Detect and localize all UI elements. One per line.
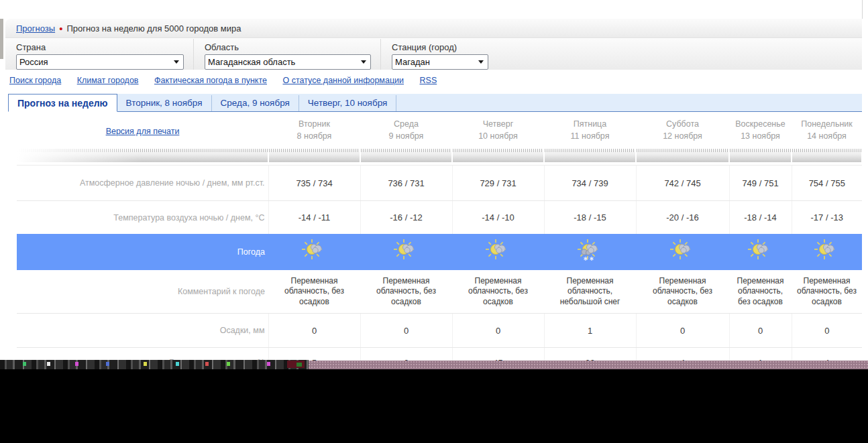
nav-links-row: Поиск города Климат городов Фактическая … <box>9 76 868 88</box>
country-select-box: Россия <box>16 54 184 70</box>
temperature-row: Температура воздуха ночью / днем, °С -14… <box>17 201 862 235</box>
scale-band <box>17 149 268 162</box>
glitch-blocks <box>0 360 309 369</box>
breadcrumb-bar: Прогнозы • Прогноз на неделю для 5000 го… <box>5 19 862 38</box>
tab-wednesday[interactable]: Среда, 9 ноября <box>212 95 299 111</box>
pressure-row: Атмосферное давление ночью / днем, мм рт… <box>17 166 862 201</box>
country-label: Страна <box>16 42 193 52</box>
partly-cloudy-icon <box>393 239 420 263</box>
day-header: Пятница11 ноября <box>544 112 636 147</box>
precipitation-row: Осадки, мм 0 0 0 1 0 0 0 <box>17 314 862 348</box>
top-right-divider <box>862 0 863 19</box>
tab-tuesday[interactable]: Вторник, 8 ноября <box>117 95 212 111</box>
pressure-value: 734 / 739 <box>544 166 636 201</box>
region-label: Область <box>205 42 380 52</box>
noise-texture <box>305 361 868 369</box>
bullet-icon: • <box>59 23 62 34</box>
temperature-value: -17 / -13 <box>792 201 862 235</box>
scale-band <box>453 149 543 162</box>
station-label: Станция (город) <box>392 42 488 52</box>
pressure-value: 742 / 745 <box>636 166 729 201</box>
row-label: Погода <box>17 234 268 270</box>
weather-forecast-page: Прогнозы • Прогноз на неделю для 5000 го… <box>0 0 868 443</box>
station-select[interactable]: Магадан <box>392 55 488 69</box>
region-select[interactable]: Магаданская область <box>205 55 370 69</box>
weather-comment: Переменная облачность, без осадков <box>792 270 862 314</box>
row-label: Атмосферное давление ночью / днем, мм рт… <box>17 166 268 201</box>
weather-comment: Переменная облачность, без осадков <box>729 270 792 314</box>
scale-band-row <box>17 147 862 166</box>
weather-comment: Переменная облачность, без осадков <box>636 270 729 314</box>
tab-thursday[interactable]: Четверг, 10 ноября <box>299 95 397 111</box>
precipitation-value: 0 <box>636 314 729 348</box>
pressure-value: 729 / 731 <box>452 166 544 201</box>
temperature-value: -18 / -14 <box>729 201 792 235</box>
header-bars: Прогнозы • Прогноз на неделю для 5000 го… <box>5 19 862 70</box>
scale-band <box>792 149 861 162</box>
day-header: Вторник8 ноября <box>268 112 360 147</box>
scale-band <box>545 149 635 162</box>
comment-row: Комментарий к погоде Переменная облачнос… <box>17 270 862 314</box>
pressure-value: 735 / 734 <box>268 166 360 201</box>
pressure-value: 749 / 751 <box>729 166 792 201</box>
country-filter-group: Страна Россия <box>5 39 193 70</box>
tab-week-forecast[interactable]: Прогноз на неделю <box>8 94 117 112</box>
weather-comment: Переменная облачность, без осадков <box>268 270 360 314</box>
actual-weather-link[interactable]: Фактическая погода в пункте <box>154 76 267 85</box>
row-label: Температура воздуха ночью / днем, °С <box>17 201 268 235</box>
table-header-row: Версия для печати Вторник8 ноября Среда9… <box>17 112 862 147</box>
day-header: Суббота12 ноября <box>636 112 729 147</box>
city-climate-link[interactable]: Климат городов <box>77 76 139 85</box>
left-edge-strip <box>0 19 3 59</box>
scale-band <box>730 149 791 162</box>
pressure-value: 736 / 731 <box>360 166 452 201</box>
breadcrumb-forecasts-link[interactable]: Прогнозы <box>16 23 55 34</box>
weather-comment: Переменная облачность, без осадков <box>452 270 544 314</box>
precipitation-value: 0 <box>268 314 360 348</box>
tab-strip: Прогноз на неделю Вторник, 8 ноября Сред… <box>8 94 862 112</box>
weather-comment: Переменная облачность, без осадков <box>360 270 452 314</box>
filters-bar: Страна Россия Область Магаданская област… <box>5 39 862 70</box>
day-header: Четверг10 ноября <box>452 112 544 147</box>
pressure-value: 754 / 755 <box>792 166 862 201</box>
station-select-box: Магадан <box>392 54 488 70</box>
partly-cloudy-icon <box>814 239 840 263</box>
region-select-box: Магаданская область <box>205 54 371 70</box>
country-select[interactable]: Россия <box>17 55 183 69</box>
temperature-value: -18 / -15 <box>544 201 636 235</box>
corrupted-pixels-band <box>0 360 868 369</box>
rss-link[interactable]: RSS <box>420 76 437 85</box>
region-filter-group: Область Магаданская область <box>193 39 380 70</box>
forecast-table: Версия для печати Вторник8 ноября Среда9… <box>17 112 862 378</box>
temperature-value: -20 / -16 <box>636 201 729 235</box>
temperature-value: -14 / -10 <box>452 201 544 235</box>
partly-cloudy-icon <box>747 239 774 263</box>
day-header: Среда9 ноября <box>360 112 452 147</box>
black-footer-area <box>0 369 868 443</box>
row-label: Комментарий к погоде <box>17 270 268 314</box>
temperature-value: -16 / -12 <box>360 201 452 235</box>
city-search-link[interactable]: Поиск города <box>9 76 61 85</box>
day-header: Воскресенье13 ноября <box>729 112 792 147</box>
page-content: Прогнозы • Прогноз на неделю для 5000 го… <box>0 0 868 369</box>
precipitation-value: 0 <box>729 314 792 348</box>
partly-cloudy-snow-icon <box>577 239 604 263</box>
temperature-value: -14 / -11 <box>268 201 360 235</box>
precipitation-value: 1 <box>544 314 636 348</box>
day-header: Понедельник14 ноября <box>792 112 862 147</box>
weather-comment: Переменная облачность, небольшой снег <box>544 270 636 314</box>
partly-cloudy-icon <box>669 239 696 263</box>
weather-icons-row: Погода <box>17 234 862 270</box>
row-label: Осадки, мм <box>17 314 268 348</box>
print-version-link[interactable]: Версия для печати <box>106 127 180 136</box>
partly-cloudy-icon <box>301 239 328 263</box>
scale-band <box>361 149 451 162</box>
precipitation-value: 0 <box>792 314 862 348</box>
data-status-link[interactable]: О статусе данной информации <box>282 76 404 85</box>
partly-cloudy-icon <box>485 239 512 263</box>
page-title: Прогноз на неделю для 5000 городов мира <box>66 23 241 34</box>
precipitation-value: 0 <box>452 314 544 348</box>
precipitation-value: 0 <box>360 314 452 348</box>
station-filter-group: Станция (город) Магадан <box>380 39 488 70</box>
scale-band <box>637 149 728 162</box>
